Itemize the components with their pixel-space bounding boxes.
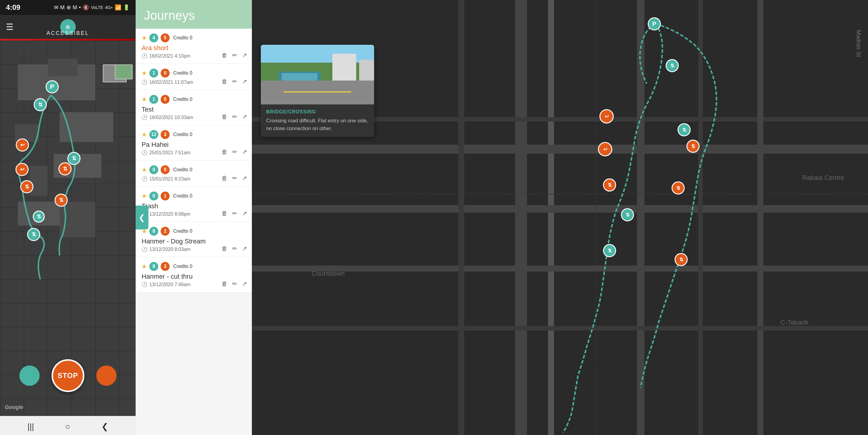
- delete-icon[interactable]: 🗑: [221, 52, 227, 59]
- logo-icon: ⊕: [65, 23, 70, 30]
- journey-item[interactable]: ★ 0 1 Credits 0 Trash 🕐 13/12/2020 8:08p…: [135, 187, 252, 222]
- status-icons: ✉ M ⊕ M • 🔇 VoLTE 4G+ 📶 🔋: [54, 4, 130, 11]
- journey-item[interactable]: ★ 8 3 Credits 0 Hanmer - cut thru 🕐 13/1…: [135, 257, 252, 292]
- clock-icon: 🕐: [142, 115, 148, 120]
- journey-date-text: 15/01/2021 8:23am: [149, 176, 190, 182]
- share-icon[interactable]: ↗: [242, 113, 247, 120]
- marker-arrows-2: ⇅: [67, 152, 81, 165]
- info-card-description: Croosing road difficult. Flat entry on o…: [266, 117, 369, 132]
- share-icon[interactable]: ↗: [242, 52, 247, 59]
- journey-name: Hanmer - Dog Stream: [142, 237, 246, 245]
- journey-name: Trash: [142, 202, 246, 210]
- journey-name: Test: [142, 106, 246, 113]
- journey-item[interactable]: ★ 1 0 Credits 0 🕐 16/02/2021 11:07am 🗑 ✏…: [135, 64, 252, 90]
- badge-orange: 2: [161, 227, 169, 236]
- marker-arrows-5: ⇅: [55, 194, 68, 207]
- edit-icon[interactable]: ✏: [232, 113, 237, 120]
- share-icon[interactable]: ↗: [242, 175, 247, 182]
- detail-marker-arrows-7: ⇅: [603, 244, 616, 257]
- journeys-panel: ❮ Journeys ★ 4 5 Credits 0 Ara short 🕐 1…: [135, 0, 252, 435]
- nav-recent-apps[interactable]: |||: [27, 422, 34, 431]
- share-icon[interactable]: ↗: [242, 245, 247, 252]
- detail-panel: BRIDGE/CROSSING Croosing road difficult.…: [252, 0, 868, 435]
- detail-marker-turn-2: ↩: [598, 142, 612, 156]
- journey-item[interactable]: ★ 0 0 Credits 0 🕐 15/01/2021 8:23am 🗑 ✏ …: [135, 161, 252, 187]
- svg-rect-17: [261, 81, 374, 105]
- clock-icon: 🕐: [142, 79, 148, 85]
- edit-icon[interactable]: ✏: [232, 175, 237, 182]
- edit-icon[interactable]: ✏: [232, 245, 237, 252]
- msg-icon: M: [73, 4, 77, 11]
- info-card-type: BRIDGE/CROSSING: [266, 109, 369, 115]
- badge-green: 0: [149, 192, 158, 201]
- mail-icon: M: [60, 4, 65, 11]
- journey-item[interactable]: ★ 4 5 Credits 0 Ara short 🕐 16/02/2021 4…: [135, 29, 252, 64]
- journey-item[interactable]: ★ 8 2 Credits 0 Hanmer - Dog Stream 🕐 13…: [135, 222, 252, 257]
- marker-arrows-3: ⇅: [58, 162, 71, 175]
- detail-marker-arrows-5: ⇅: [621, 208, 634, 222]
- share-icon[interactable]: ↗: [242, 210, 247, 217]
- credits-label: Credits 0: [173, 229, 192, 234]
- detail-marker-parking: P: [648, 17, 661, 30]
- journeys-header: Journeys: [135, 0, 252, 29]
- nav-back[interactable]: ❮: [101, 422, 108, 431]
- share-icon[interactable]: ↗: [242, 78, 247, 85]
- credits-label: Credits 0: [173, 167, 192, 172]
- journey-date-text: 16/02/2021 10:33am: [149, 115, 193, 120]
- stop-button[interactable]: STOP: [52, 359, 84, 392]
- svg-rect-20: [282, 73, 317, 84]
- credits-label: Credits 0: [173, 35, 192, 40]
- edit-icon[interactable]: ✏: [232, 280, 237, 287]
- nav-home[interactable]: ○: [65, 422, 70, 431]
- dot-icon: •: [79, 4, 81, 11]
- wifi-icon: 📶: [115, 4, 121, 11]
- delete-icon[interactable]: 🗑: [221, 245, 227, 252]
- edit-icon[interactable]: ✏: [232, 210, 237, 217]
- delete-icon[interactable]: 🗑: [221, 210, 227, 217]
- marker-arrows-6: ⇅: [33, 211, 45, 223]
- marker-parking: P: [45, 80, 59, 93]
- bottom-nav: ||| ○ ❮: [0, 416, 135, 435]
- edit-icon[interactable]: ✏: [232, 78, 237, 85]
- share-icon[interactable]: ↗: [242, 280, 247, 287]
- edit-icon[interactable]: ✏: [232, 52, 237, 59]
- clock-icon: 🕐: [142, 246, 148, 252]
- badge-green: 0: [149, 165, 158, 174]
- clock-icon: 🕐: [142, 53, 148, 59]
- app-header: ☰ ⊕ ACCESSIBEL: [0, 15, 135, 39]
- green-circle-button[interactable]: [20, 366, 40, 386]
- journey-item[interactable]: ★ 12 3 Credits 0 Pa Hahei 🕐 25/01/2021 7…: [135, 125, 252, 161]
- mute-icon: 🔇: [83, 4, 89, 11]
- journey-name: Ara short: [142, 44, 246, 52]
- signal-icon: 4G+: [105, 5, 113, 10]
- delete-icon[interactable]: 🗑: [221, 175, 227, 182]
- detail-marker-arrows-2: ⇅: [678, 123, 691, 136]
- delete-icon[interactable]: 🗑: [221, 281, 227, 287]
- app-title: ACCESSIBEL: [0, 30, 135, 36]
- credits-label: Credits 0: [173, 193, 192, 199]
- journey-item[interactable]: ★ 1 0 Credits 0 Test 🕐 16/02/2021 10:33a…: [135, 90, 252, 125]
- phone-map[interactable]: P ⇅ ↩ ⇅ ⇅ ↩ ⇅ ⇅ ⇅ ⇅ Google STOP: [0, 40, 135, 416]
- detail-marker-arrows-8: ⇅: [675, 253, 688, 266]
- back-button[interactable]: ❮: [135, 206, 149, 229]
- delete-icon[interactable]: 🗑: [221, 149, 227, 155]
- badge-orange: 1: [161, 192, 169, 201]
- journey-date-text: 16/02/2021 11:07am: [149, 80, 193, 85]
- marker-turn-2: ↩: [16, 163, 29, 176]
- star-icon: ★: [142, 193, 147, 200]
- battery-icon: 🔋: [123, 4, 130, 11]
- badge-green: 1: [149, 68, 158, 78]
- google-logo: Google: [5, 404, 23, 410]
- badge-green: 12: [149, 130, 158, 139]
- clock-icon: 🕐: [142, 176, 148, 182]
- delete-icon[interactable]: 🗑: [221, 113, 227, 120]
- credits-label: Credits 0: [173, 264, 192, 269]
- share-icon[interactable]: ↗: [242, 148, 247, 155]
- delete-icon[interactable]: 🗑: [221, 78, 227, 85]
- credits-label: Credits 0: [173, 70, 192, 76]
- star-icon: ★: [142, 263, 147, 270]
- orange-circle-button[interactable]: [96, 366, 117, 386]
- edit-icon[interactable]: ✏: [232, 148, 237, 155]
- badge-green: 1: [149, 95, 158, 104]
- journey-date-text: 13/12/2020 8:03am: [149, 247, 190, 252]
